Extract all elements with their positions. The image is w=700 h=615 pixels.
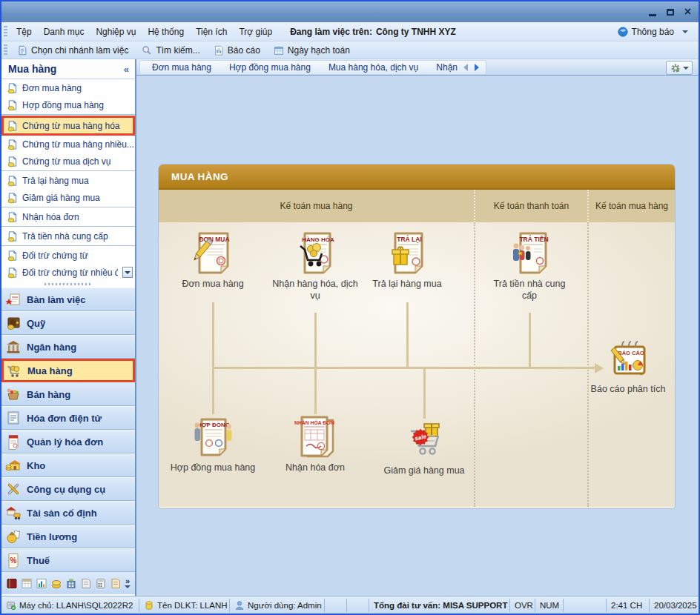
calendar-icon[interactable] [21, 577, 33, 590]
tab-nhan[interactable]: Nhận [427, 62, 460, 73]
goods-receipt-icon: HÀNG HÓA [291, 230, 339, 277]
report-button[interactable]: Báo cáo [207, 42, 267, 59]
sidebar-item-nhan-hoa-don[interactable]: Nhận hóa đơn [1, 208, 135, 225]
menu-nghiep-vu[interactable]: Nghiệp vụ [90, 24, 142, 40]
sidebar-module-tai-san-co-dinh[interactable]: Tài sản cố định [1, 501, 135, 525]
search-button[interactable]: Tìm kiếm... [135, 42, 206, 59]
sidebar-item-chung-tu-mua-hang-nhieu[interactable]: Chứng từ mua hàng nhiều... [1, 136, 135, 153]
maximize-icon[interactable] [667, 9, 674, 16]
status-empty [564, 599, 607, 612]
sidebar-module-kho[interactable]: Kho [1, 453, 135, 477]
sidebar-item-doi-tru-chung-tu-nhieu-doi[interactable]: Đối trừ chứng từ nhiều đối [1, 264, 135, 281]
sidebar-module-mua-hang[interactable]: Mua hàng [1, 359, 135, 382]
branch-select-label: Chọn chi nhánh làm việc [31, 45, 128, 56]
divider [1, 170, 135, 171]
status-num: NUM [535, 599, 564, 612]
module-label: Thuế [27, 555, 50, 566]
sidebar-item-don-mua-hang[interactable]: Đơn mua hàng [1, 79, 135, 96]
node-giam-gia-hang-mua[interactable]: sale Giảm giá hàng mua [381, 416, 467, 477]
status-ovr: OVR [510, 599, 535, 612]
status-database: Tên DLKT: LLANH [139, 599, 230, 612]
svg-text:ĐƠN MUA: ĐƠN MUA [199, 236, 229, 243]
node-hop-dong-mua-hang[interactable]: HỢP ĐỒNG Hợp đồng mua hàng [170, 413, 256, 474]
menu-bar: Tệp Danh mục Nghiệp vụ Hệ thống Tiện ích… [1, 22, 699, 41]
toolbar-grip-2[interactable] [4, 44, 7, 56]
sidebar-module-hoa-don-dien-tu[interactable]: Hóa đơn điện tử [1, 406, 135, 430]
chart-icon[interactable] [36, 577, 47, 590]
menu-tien-ich[interactable]: Tiện ích [190, 24, 233, 40]
node-tra-tien-nha-cung-cap[interactable]: TRẢ TIỀN Trả tiền nhà cung cấp [486, 230, 572, 302]
e-invoice-icon [5, 410, 22, 426]
svg-text:TRẢ LẠI: TRẢ LẠI [397, 235, 422, 243]
sidebar-item-label: Chứng từ mua hàng hóa [22, 121, 119, 131]
sidebar-module-tien-luong[interactable]: Tiền lương [1, 525, 135, 548]
tab-scroll-right-icon[interactable] [472, 62, 483, 73]
branch-select-button[interactable]: Chọn chi nhánh làm việc [10, 42, 135, 59]
module-label: Quản lý hóa đơn [27, 436, 103, 448]
sidebar-shortcut-row: » [1, 572, 135, 594]
company-name: Công ty TNHH XYZ [376, 27, 456, 37]
close-icon[interactable]: × [684, 6, 691, 18]
status-date: 20/03/2025 [650, 599, 699, 612]
warehouse-icon [5, 457, 22, 473]
sidebar-module-ban-lam-viec[interactable]: Bàn làm việc [1, 287, 135, 311]
purchase-workflow-panel: MUA HÀNG Kế toán mua hàng Kế toán thanh … [159, 164, 675, 508]
sidebar-item-hop-dong-mua-hang[interactable]: Hợp đồng mua hàng [1, 96, 135, 113]
book-icon[interactable] [6, 577, 18, 590]
node-tra-lai-hang-mua[interactable]: TRẢ LẠI Trả lại hàng mua [364, 230, 450, 290]
sidebar-splitter[interactable] [1, 281, 135, 287]
node-label: Giảm giá hàng mua [381, 465, 467, 477]
sidebar-module-ngan-hang[interactable]: Ngân hàng [1, 335, 135, 359]
tab-scroll-left-icon[interactable] [460, 62, 472, 73]
node-label: Đơn mua hàng [170, 279, 256, 290]
tab-don-mua-hang[interactable]: Đơn mua hàng [143, 62, 220, 73]
more-shortcuts-button[interactable]: » [125, 578, 131, 589]
tab-hop-dong-mua-hang[interactable]: Hợp đồng mua hàng [220, 62, 320, 73]
sidebar-item-label: Giảm giá hàng mua [22, 193, 100, 203]
sidebar-item-tra-lai-hang-mua[interactable]: Trả lại hàng mua [1, 172, 135, 189]
minimize-icon[interactable] [649, 8, 656, 16]
chevron-down-icon [682, 30, 688, 33]
sidebar-module-cong-cu-dung-cu[interactable]: Công cụ dụng cụ [1, 477, 135, 501]
note-icon[interactable] [80, 577, 92, 590]
sidebar-item-tra-tien-nha-cung-cap[interactable]: Trả tiền nhà cung cấp [1, 227, 135, 245]
flow-line [314, 313, 317, 368]
menu-danh-muc[interactable]: Danh mục [38, 24, 90, 40]
status-user: Người dùng: Admin [230, 599, 325, 612]
document-icon [7, 156, 18, 167]
node-don-mua-hang[interactable]: ĐƠN MUA Đơn mua hàng [170, 230, 256, 290]
node-nhan-hoa-don[interactable]: NHẬN HÓA ĐƠN Nhận hóa đơn [272, 413, 358, 474]
working-on-label: Đang làm việc trên: [290, 27, 372, 37]
item-dropdown-button[interactable] [122, 267, 133, 278]
sidebar-item-label: Đối trừ chứng từ [22, 250, 88, 261]
tab-mua-hang-hoa-dich-vu[interactable]: Mua hàng hóa, dịch vụ [320, 62, 427, 73]
menu-tep[interactable]: Tệp [10, 24, 38, 40]
menu-he-thong[interactable]: Hệ thống [142, 24, 190, 40]
sidebar-item-chung-tu-mua-dich-vu[interactable]: Chứng từ mua dịch vụ [1, 153, 135, 170]
toolbar-grip[interactable] [4, 26, 7, 38]
posting-date-button[interactable]: Ngày hạch toán [267, 42, 357, 59]
node-bao-cao-phan-tich[interactable]: BÁO CÁO Báo cáo phân tích [585, 335, 671, 396]
menu-tro-giup[interactable]: Trợ giúp [233, 24, 278, 40]
sidebar-module-quan-ly-hoa-don[interactable]: Quản lý hóa đơn [1, 430, 135, 453]
sidebar-item-chung-tu-mua-hang-hoa[interactable]: Chứng từ mua hàng hóa [1, 116, 135, 136]
sidebar-module-thue[interactable]: % Thuế [1, 548, 135, 572]
coins-icon[interactable] [50, 577, 62, 590]
sidebar-item-doi-tru-chung-tu[interactable]: Đối trừ chứng từ [1, 247, 135, 264]
ledger-icon[interactable] [110, 577, 122, 590]
safe-icon [5, 315, 22, 331]
sidebar-module-quy[interactable]: Quỹ [1, 311, 135, 335]
notifications-button[interactable]: Thông báo [618, 27, 699, 37]
building-icon[interactable] [65, 577, 77, 590]
sidebar-item-giam-gia-hang-mua[interactable]: Giảm giá hàng mua [1, 189, 135, 206]
sidebar-collapse-icon[interactable]: « [124, 64, 129, 75]
tab-bar: Đơn mua hàng Hợp đồng mua hàng Mua hàng … [136, 59, 699, 76]
node-label: Hợp đồng mua hàng [170, 462, 256, 474]
node-nhan-hang-hoa-dich-vu[interactable]: HÀNG HÓA Nhận hàng hóa, dịch vụ [272, 230, 358, 302]
svg-text:HÀNG HÓA: HÀNG HÓA [302, 236, 334, 243]
sidebar-module-ban-hang[interactable]: Bán hàng [1, 382, 135, 406]
calculator-icon[interactable] [95, 577, 107, 590]
document-icon [7, 192, 18, 204]
globe-icon [618, 27, 628, 37]
tab-settings-button[interactable] [666, 61, 693, 75]
